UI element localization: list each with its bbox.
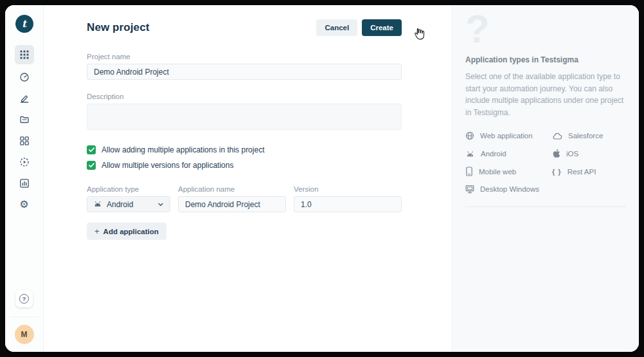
sidebar-divider	[10, 316, 39, 317]
folder-icon	[19, 114, 30, 125]
checkbox-group: Allow adding multiple applications in th…	[87, 145, 402, 170]
gear-icon: ⚙	[19, 199, 28, 210]
version-label: Version	[294, 185, 402, 193]
add-application-label: Add application	[103, 228, 159, 235]
panel-divider	[465, 206, 626, 207]
question-watermark: ?	[465, 9, 626, 50]
app-type-web: Web application	[465, 131, 552, 140]
sidebar-item-author[interactable]	[15, 90, 34, 107]
app-type-android: Android	[465, 149, 552, 158]
android-icon	[465, 149, 475, 158]
sidebar-item-dashboard[interactable]	[15, 69, 34, 86]
application-type-value: Android	[107, 200, 153, 209]
app-window: t	[5, 5, 639, 352]
page-title: New project	[87, 21, 149, 34]
sidebar-item-elements[interactable]	[15, 133, 34, 149]
description-label: Description	[87, 93, 402, 100]
help-panel-description: Select one of the available application …	[465, 71, 626, 118]
sidebar-item-projects[interactable]	[15, 45, 34, 64]
sidebar-item-reports[interactable]	[15, 175, 34, 192]
application-name-label: Application name	[178, 185, 286, 193]
app-type-rest-api: { } Rest API	[552, 167, 626, 176]
gauge-icon	[19, 72, 30, 82]
app-type-mobile-web: Mobile web	[465, 167, 552, 176]
help-button[interactable]: ?	[15, 290, 33, 307]
braces-icon: { }	[552, 168, 562, 176]
sidebar: t	[5, 5, 44, 352]
sidebar-item-test-data[interactable]	[15, 111, 34, 128]
avatar[interactable]: M	[15, 325, 34, 344]
play-circle-icon	[19, 157, 30, 167]
multiple-versions-checkbox-row[interactable]: Allow multiple versions for applications	[87, 161, 402, 170]
version-input[interactable]	[294, 196, 402, 212]
pencil-icon	[19, 93, 30, 104]
help-panel: ? Application types in Testsigma Select …	[452, 5, 639, 352]
bar-chart-icon	[19, 178, 30, 188]
page-header: New project Cancel Create	[87, 19, 402, 36]
help-panel-heading: Application types in Testsigma	[465, 55, 626, 64]
cloud-icon	[552, 132, 562, 140]
app-type-desktop-windows: Desktop Windows	[465, 185, 552, 194]
checkbox-label: Allow adding multiple applications in th…	[102, 145, 264, 154]
main-content: New project Cancel Create Project name D…	[44, 5, 452, 352]
globe-icon	[465, 131, 474, 140]
chevron-down-icon	[157, 201, 164, 208]
project-name-input[interactable]	[87, 64, 402, 80]
checkbox-checked-icon[interactable]	[87, 145, 96, 154]
plus-icon: +	[94, 227, 100, 235]
application-type-select[interactable]: Android	[87, 196, 170, 212]
desktop-icon	[465, 185, 474, 194]
checkbox-checked-icon[interactable]	[87, 161, 96, 170]
description-input[interactable]	[87, 104, 402, 130]
cancel-button[interactable]: Cancel	[316, 19, 357, 36]
app-type-salesforce: Salesforce	[552, 131, 626, 140]
add-application-button[interactable]: + Add application	[87, 223, 166, 240]
sidebar-nav: ⚙	[15, 45, 34, 213]
application-name-input[interactable]	[178, 196, 286, 212]
testsigma-logo-icon[interactable]: t	[15, 14, 34, 33]
application-types-list: Web application Salesforce Android	[465, 131, 626, 194]
question-icon: ?	[19, 294, 29, 304]
multiple-applications-checkbox-row[interactable]: Allow adding multiple applications in th…	[87, 145, 402, 154]
android-icon	[93, 200, 102, 209]
squares-icon	[19, 136, 30, 146]
sidebar-item-settings[interactable]: ⚙	[15, 196, 34, 213]
checkbox-label: Allow multiple versions for applications	[102, 161, 233, 170]
mobile-icon	[465, 167, 473, 176]
app-type-ios: iOS	[552, 149, 626, 158]
apple-icon	[552, 149, 560, 158]
sidebar-item-run-results[interactable]	[15, 154, 34, 170]
create-button[interactable]: Create	[362, 19, 402, 36]
project-name-label: Project name	[87, 53, 402, 60]
hand-cursor	[413, 27, 425, 41]
application-row: Application type Android	[87, 185, 402, 212]
grid-icon	[19, 50, 30, 60]
application-type-label: Application type	[87, 185, 170, 193]
